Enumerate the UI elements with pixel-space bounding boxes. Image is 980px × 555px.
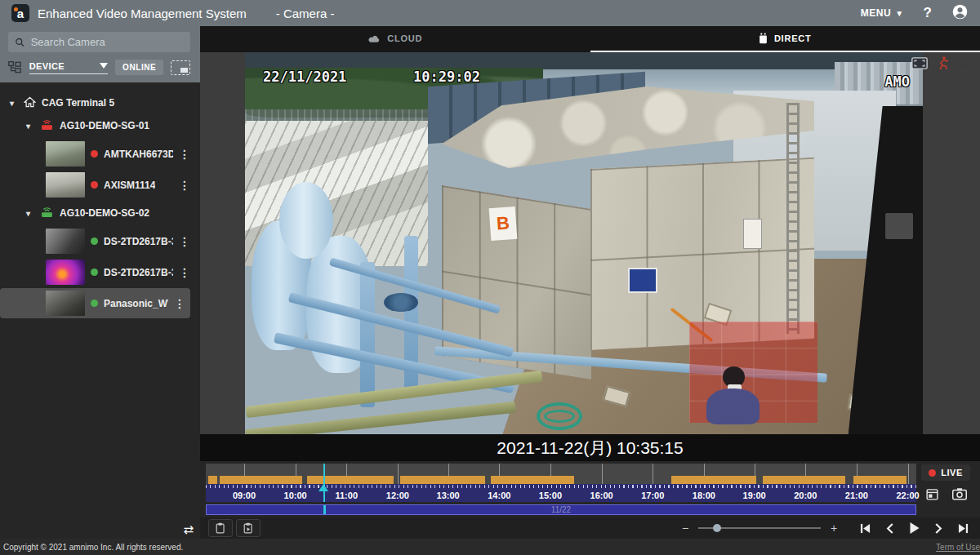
gateway-label: AG10-DEMO-SG-01 (60, 120, 149, 131)
hour-tick-label: 21:00 (845, 491, 868, 500)
hour-tick-label: 17:00 (641, 491, 664, 500)
recording-segment (491, 476, 574, 484)
camera-menu-button[interactable]: ⋮ (179, 148, 200, 161)
camera-status-dot (91, 300, 98, 307)
top-bar-right: MENU ▼ ? (861, 3, 969, 24)
live-dot-icon (929, 469, 936, 477)
playback-datetime: 2021-11-22(月) 10:35:15 (497, 437, 683, 460)
timeline-tracks[interactable]: 09:0010:0011:0012:0013:0014:0015:0016:00… (206, 464, 916, 515)
chevron-down-icon: ▼ (895, 9, 903, 18)
person-body (706, 388, 760, 425)
hour-tick-label: 19:00 (743, 491, 766, 500)
play-icon[interactable] (909, 522, 920, 534)
zoom-icon[interactable] (959, 57, 972, 70)
cloud-icon (368, 33, 381, 43)
copy-playlist-button[interactable] (236, 519, 261, 537)
camera-menu-button[interactable]: ⋮ (174, 297, 190, 310)
snapshot-camera-icon[interactable] (952, 487, 967, 500)
caret-down-icon[interactable]: ▾ (10, 99, 18, 108)
tree-node-gateway[interactable]: ▾AG10-DEMO-SG-01 (0, 113, 200, 138)
gateway-icon-wrap (40, 118, 54, 133)
fullscreen-icon[interactable] (911, 57, 928, 69)
device-tree-icon (8, 61, 22, 73)
tab-cloud[interactable]: CLOUD (200, 26, 590, 52)
tree-node-camera[interactable]: AXISM1114⋮ (0, 170, 200, 200)
hour-gridline (602, 464, 603, 484)
tree-node-camera[interactable]: DS-2TD2617B-3-TH⋮ (0, 257, 200, 287)
scene-pipe (360, 262, 375, 407)
video-frame[interactable]: B (200, 52, 980, 434)
hour-gridline (653, 464, 653, 484)
direct-device-icon (759, 33, 768, 44)
tree-node-camera[interactable]: AMTKAH6673D-AUO⋮ (0, 139, 200, 169)
motion-detect-icon[interactable] (938, 56, 949, 70)
device-tree: ▾CAG Terminal 5▾AG10-DEMO-SG-01AMTKAH667… (0, 82, 200, 539)
step-back-icon[interactable] (886, 523, 893, 534)
device-filter-label: DEVICE (29, 61, 65, 71)
camera-menu-button[interactable]: ⋮ (179, 266, 200, 279)
live-label: LIVE (941, 468, 962, 477)
gateway-label: AG10-DEMO-SG-02 (60, 207, 149, 219)
live-button[interactable]: LIVE (921, 464, 969, 481)
camera-label: AMTKAH6673D-AUO (104, 149, 173, 160)
video-corner-controls (911, 56, 972, 70)
tree-node-root[interactable]: ▾CAG Terminal 5 (0, 92, 200, 113)
scene-valve (384, 293, 418, 312)
recording-segment (763, 476, 845, 484)
tree-node-camera[interactable]: DS-2TD2617B-3⋮ (0, 226, 200, 256)
camera-status-dot (91, 238, 98, 245)
help-button[interactable]: ? (924, 5, 932, 21)
camera-label: DS-2TD2617B-3 (104, 236, 173, 247)
camera-status-dot (91, 269, 98, 276)
osd-date: 22/11/2021 (263, 69, 346, 85)
top-bar: a Enhanced Video Management System - Cam… (0, 0, 980, 26)
hour-tick-label: 20:00 (794, 491, 817, 500)
step-forward-icon[interactable] (935, 523, 942, 534)
hour-gridline (908, 464, 909, 484)
tree-root-label: CAG Terminal 5 (42, 97, 114, 109)
camera-menu-button[interactable]: ⋮ (179, 235, 200, 248)
timeline-zoom-slider[interactable] (698, 527, 821, 529)
hour-tick-label: 12:00 (386, 491, 409, 500)
date-band[interactable]: 11/22 (206, 504, 916, 515)
gateway-icon-wrap (40, 206, 54, 220)
tree-node-gateway[interactable]: ▾AG10-DEMO-SG-02 (0, 201, 200, 225)
slider-handle[interactable] (713, 524, 721, 532)
hour-tick-label: 09:00 (233, 491, 256, 500)
camera-menu-button[interactable]: ⋮ (179, 179, 200, 192)
hour-tick-label: 16:00 (590, 491, 613, 500)
scene-dark-sky-strip (245, 52, 923, 69)
timeline-zoom-control: − + (680, 522, 839, 535)
skip-to-start-icon[interactable] (860, 523, 871, 534)
zoom-in-button[interactable]: + (829, 522, 839, 535)
menu-button[interactable]: MENU ▼ (861, 7, 904, 19)
device-filter-select[interactable]: DEVICE (29, 61, 108, 74)
amnimo-logo-icon: a (11, 4, 29, 22)
playhead-marker[interactable] (318, 484, 328, 491)
copy-button[interactable] (208, 519, 233, 537)
account-button[interactable] (951, 3, 969, 24)
zoom-out-button[interactable]: − (680, 522, 690, 535)
osd-camera-label: AMO (884, 73, 910, 90)
terms-of-use-link[interactable]: Term of Use (936, 543, 980, 552)
caret-down-icon[interactable]: ▾ (26, 122, 34, 131)
tree-node-camera[interactable]: Panasonic_WV-SPW5⋮ (0, 288, 190, 318)
camera-label: Panasonic_WV-SPW5 (104, 298, 168, 309)
recording-track[interactable] (206, 464, 916, 484)
caret-down-icon[interactable]: ▾ (26, 209, 34, 218)
main-panel: CLOUD DIRECT (200, 26, 980, 539)
hour-tick-label: 15:00 (539, 491, 562, 500)
camera-search[interactable] (8, 32, 190, 52)
timeline-side-controls: LIVE (916, 464, 975, 501)
playhead[interactable] (323, 464, 325, 502)
hour-scale[interactable]: 09:0010:0011:0012:0013:0014:0015:0016:00… (206, 484, 916, 502)
sidebar-collapse-button[interactable]: ⇄ (183, 522, 194, 537)
online-filter-button[interactable]: ONLINE (115, 60, 163, 75)
skip-to-end-icon[interactable] (958, 523, 969, 534)
video-wall-icon[interactable] (171, 60, 190, 75)
tab-direct[interactable]: DIRECT (590, 26, 980, 52)
timeline: 09:0010:0011:0012:0013:0014:0015:0016:00… (200, 461, 980, 517)
calendar-icon[interactable] (925, 487, 939, 501)
app-title: Enhanced Video Management System (38, 7, 247, 20)
search-input[interactable] (31, 36, 184, 48)
